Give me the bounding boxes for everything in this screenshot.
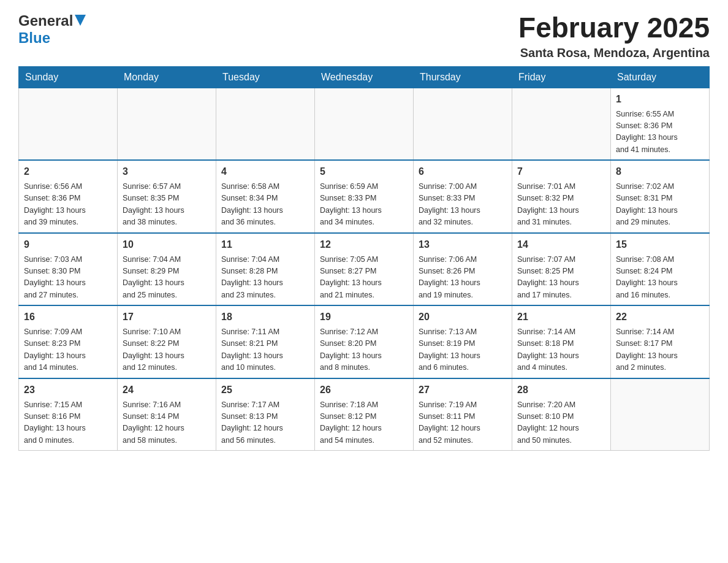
day-number: 23 (24, 383, 112, 397)
table-row (315, 88, 414, 160)
table-row (118, 88, 216, 160)
table-row: 10Sunrise: 7:04 AM Sunset: 8:29 PM Dayli… (118, 233, 216, 306)
col-sunday: Sunday (19, 66, 118, 88)
day-info: Sunrise: 7:16 AM Sunset: 8:14 PM Dayligh… (123, 399, 211, 447)
table-row: 24Sunrise: 7:16 AM Sunset: 8:14 PM Dayli… (118, 378, 216, 451)
calendar-week-row: 9Sunrise: 7:03 AM Sunset: 8:30 PM Daylig… (19, 233, 710, 306)
month-title: February 2025 (518, 12, 710, 44)
table-row (611, 378, 710, 451)
logo-triangle-icon (75, 15, 86, 28)
logo-blue-text: Blue (18, 29, 50, 47)
table-row: 22Sunrise: 7:14 AM Sunset: 8:17 PM Dayli… (611, 305, 710, 378)
col-friday: Friday (512, 66, 611, 88)
day-info: Sunrise: 7:03 AM Sunset: 8:30 PM Dayligh… (24, 254, 112, 302)
day-number: 26 (320, 383, 408, 397)
table-row: 6Sunrise: 7:00 AM Sunset: 8:33 PM Daylig… (414, 160, 512, 233)
day-info: Sunrise: 7:06 AM Sunset: 8:26 PM Dayligh… (419, 254, 507, 302)
table-row (414, 88, 512, 160)
col-monday: Monday (118, 66, 216, 88)
day-number: 16 (24, 310, 112, 324)
table-row: 3Sunrise: 6:57 AM Sunset: 8:35 PM Daylig… (118, 160, 216, 233)
table-row (216, 88, 315, 160)
day-info: Sunrise: 7:04 AM Sunset: 8:29 PM Dayligh… (123, 254, 211, 302)
day-number: 22 (616, 310, 704, 324)
day-number: 4 (221, 164, 309, 179)
col-tuesday: Tuesday (216, 66, 315, 88)
day-info: Sunrise: 7:10 AM Sunset: 8:22 PM Dayligh… (123, 326, 211, 374)
table-row: 1Sunrise: 6:55 AM Sunset: 8:36 PM Daylig… (611, 88, 710, 160)
col-saturday: Saturday (611, 66, 710, 88)
day-info: Sunrise: 7:08 AM Sunset: 8:24 PM Dayligh… (616, 254, 704, 302)
table-row: 27Sunrise: 7:19 AM Sunset: 8:11 PM Dayli… (414, 378, 512, 451)
table-row: 16Sunrise: 7:09 AM Sunset: 8:23 PM Dayli… (19, 305, 118, 378)
day-number: 24 (123, 383, 211, 397)
table-row: 19Sunrise: 7:12 AM Sunset: 8:20 PM Dayli… (315, 305, 414, 378)
table-row: 5Sunrise: 6:59 AM Sunset: 8:33 PM Daylig… (315, 160, 414, 233)
day-number: 28 (517, 383, 605, 397)
day-info: Sunrise: 7:07 AM Sunset: 8:25 PM Dayligh… (517, 254, 605, 302)
day-info: Sunrise: 6:55 AM Sunset: 8:36 PM Dayligh… (616, 109, 704, 156)
calendar-week-row: 1Sunrise: 6:55 AM Sunset: 8:36 PM Daylig… (19, 88, 710, 160)
day-info: Sunrise: 7:00 AM Sunset: 8:33 PM Dayligh… (419, 181, 507, 229)
title-area: February 2025 Santa Rosa, Mendoza, Argen… (518, 12, 710, 60)
table-row: 11Sunrise: 7:04 AM Sunset: 8:28 PM Dayli… (216, 233, 315, 306)
svg-marker-0 (75, 15, 86, 26)
location-text: Santa Rosa, Mendoza, Argentina (518, 46, 710, 60)
day-number: 2 (24, 164, 112, 179)
day-info: Sunrise: 7:04 AM Sunset: 8:28 PM Dayligh… (221, 254, 309, 302)
day-number: 1 (616, 92, 704, 107)
day-number: 27 (419, 383, 507, 397)
day-number: 19 (320, 310, 408, 324)
table-row: 9Sunrise: 7:03 AM Sunset: 8:30 PM Daylig… (19, 233, 118, 306)
day-info: Sunrise: 6:57 AM Sunset: 8:35 PM Dayligh… (123, 181, 211, 229)
day-info: Sunrise: 7:01 AM Sunset: 8:32 PM Dayligh… (517, 181, 605, 229)
table-row (512, 88, 611, 160)
day-number: 17 (123, 310, 211, 324)
day-info: Sunrise: 7:19 AM Sunset: 8:11 PM Dayligh… (419, 399, 507, 447)
day-info: Sunrise: 6:59 AM Sunset: 8:33 PM Dayligh… (320, 181, 408, 229)
day-info: Sunrise: 6:56 AM Sunset: 8:36 PM Dayligh… (24, 181, 112, 229)
day-info: Sunrise: 7:20 AM Sunset: 8:10 PM Dayligh… (517, 399, 605, 447)
day-number: 3 (123, 164, 211, 179)
day-info: Sunrise: 7:17 AM Sunset: 8:13 PM Dayligh… (221, 399, 309, 447)
table-row: 18Sunrise: 7:11 AM Sunset: 8:21 PM Dayli… (216, 305, 315, 378)
day-info: Sunrise: 7:14 AM Sunset: 8:18 PM Dayligh… (517, 326, 605, 374)
day-number: 25 (221, 383, 309, 397)
table-row: 20Sunrise: 7:13 AM Sunset: 8:19 PM Dayli… (414, 305, 512, 378)
table-row: 26Sunrise: 7:18 AM Sunset: 8:12 PM Dayli… (315, 378, 414, 451)
table-row: 23Sunrise: 7:15 AM Sunset: 8:16 PM Dayli… (19, 378, 118, 451)
calendar-week-row: 16Sunrise: 7:09 AM Sunset: 8:23 PM Dayli… (19, 305, 710, 378)
table-row: 13Sunrise: 7:06 AM Sunset: 8:26 PM Dayli… (414, 233, 512, 306)
day-number: 6 (419, 164, 507, 179)
day-number: 18 (221, 310, 309, 324)
day-number: 15 (616, 237, 704, 252)
day-info: Sunrise: 7:13 AM Sunset: 8:19 PM Dayligh… (419, 326, 507, 374)
calendar-week-row: 23Sunrise: 7:15 AM Sunset: 8:16 PM Dayli… (19, 378, 710, 451)
day-number: 8 (616, 164, 704, 179)
day-number: 21 (517, 310, 605, 324)
table-row: 21Sunrise: 7:14 AM Sunset: 8:18 PM Dayli… (512, 305, 611, 378)
day-number: 5 (320, 164, 408, 179)
day-number: 10 (123, 237, 211, 252)
table-row: 28Sunrise: 7:20 AM Sunset: 8:10 PM Dayli… (512, 378, 611, 451)
table-row: 25Sunrise: 7:17 AM Sunset: 8:13 PM Dayli… (216, 378, 315, 451)
day-info: Sunrise: 7:11 AM Sunset: 8:21 PM Dayligh… (221, 326, 309, 374)
day-number: 12 (320, 237, 408, 252)
logo: General Blue (18, 12, 86, 47)
day-number: 14 (517, 237, 605, 252)
day-info: Sunrise: 7:02 AM Sunset: 8:31 PM Dayligh… (616, 181, 704, 229)
day-info: Sunrise: 7:15 AM Sunset: 8:16 PM Dayligh… (24, 399, 112, 447)
table-row (19, 88, 118, 160)
calendar-week-row: 2Sunrise: 6:56 AM Sunset: 8:36 PM Daylig… (19, 160, 710, 233)
logo-general-text: General (18, 12, 73, 29)
day-number: 7 (517, 164, 605, 179)
day-number: 9 (24, 237, 112, 252)
day-number: 13 (419, 237, 507, 252)
day-info: Sunrise: 7:14 AM Sunset: 8:17 PM Dayligh… (616, 326, 704, 374)
day-info: Sunrise: 7:05 AM Sunset: 8:27 PM Dayligh… (320, 254, 408, 302)
day-number: 11 (221, 237, 309, 252)
table-row: 12Sunrise: 7:05 AM Sunset: 8:27 PM Dayli… (315, 233, 414, 306)
col-wednesday: Wednesday (315, 66, 414, 88)
table-row: 17Sunrise: 7:10 AM Sunset: 8:22 PM Dayli… (118, 305, 216, 378)
table-row: 2Sunrise: 6:56 AM Sunset: 8:36 PM Daylig… (19, 160, 118, 233)
